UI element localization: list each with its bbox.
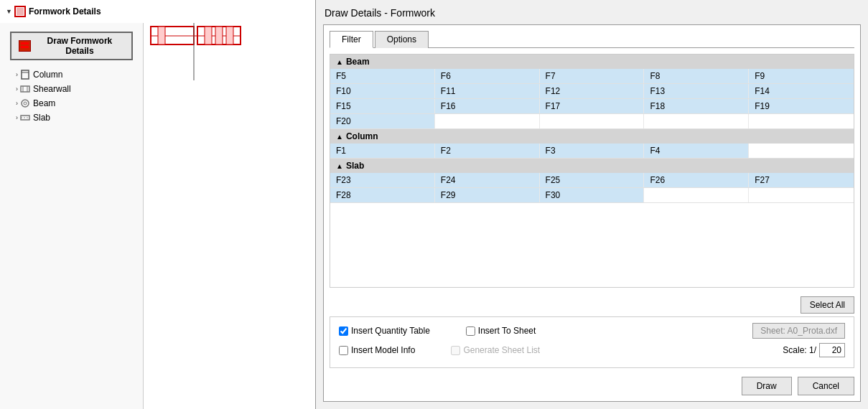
svg-rect-14 (215, 27, 223, 44)
item-f15[interactable]: F15 (330, 99, 435, 113)
tab-options[interactable]: Options (375, 31, 429, 48)
tree-section-title: Formwork Details (29, 6, 101, 17)
insert-quantity-label: Insert Quantity Table (351, 326, 430, 336)
dialog-title: Draw Details - Formwork (323, 7, 861, 19)
beam-empty-4 (749, 114, 854, 128)
item-f27[interactable]: F27 (749, 173, 854, 187)
beam-tri: ▲ (336, 58, 343, 66)
insert-to-sheet-checkbox[interactable] (466, 326, 475, 336)
item-f25[interactable]: F25 (540, 173, 645, 187)
item-f13[interactable]: F13 (644, 84, 749, 98)
left-panel: ▼ Formwork Details Draw Formwork D (0, 0, 316, 409)
group-slab-header[interactable]: ▲ Slab (330, 159, 854, 173)
select-all-button[interactable]: Select All (801, 296, 854, 314)
beam-empty-3 (644, 114, 749, 128)
beam-label: Beam (33, 98, 55, 108)
filter-area: ▲ Beam F5 F6 F7 F8 F9 F10 F11 F12 F13 F1… (330, 54, 854, 288)
group-slab-label: Slab (346, 161, 364, 171)
insert-model-info-checkbox[interactable] (339, 346, 348, 355)
slab-row-2: F28 F29 F30 (330, 188, 854, 203)
svg-rect-13 (205, 27, 212, 44)
column-chevron: › (16, 71, 18, 78)
scale-label: Scale: 1/ (783, 343, 845, 357)
tree-item-slab[interactable]: › Slab (0, 111, 143, 125)
options-row-1: Insert Quantity Table Insert To Sheet Sh… (339, 323, 845, 339)
draw-formwork-button[interactable]: Draw Formwork Details (10, 32, 133, 60)
draw-button[interactable]: Draw (742, 377, 792, 395)
item-f3[interactable]: F3 (540, 144, 645, 158)
shearwall-chevron: › (16, 85, 18, 93)
beam-icon (20, 98, 30, 108)
item-f7[interactable]: F7 (540, 69, 645, 83)
item-f23[interactable]: F23 (330, 173, 435, 187)
generate-sheet-list-checkbox[interactable] (451, 346, 460, 355)
item-f17[interactable]: F17 (540, 99, 645, 113)
item-f9[interactable]: F9 (749, 69, 854, 83)
slab-empty-2 (749, 188, 854, 202)
svg-rect-0 (22, 70, 29, 79)
item-f29[interactable]: F29 (435, 188, 540, 202)
item-f24[interactable]: F24 (435, 173, 540, 187)
tree-header-row: ▼ Formwork Details (0, 0, 315, 23)
cancel-button[interactable]: Cancel (798, 377, 854, 395)
tree-item-beam[interactable]: › Beam (0, 96, 143, 111)
item-f28[interactable]: F28 (330, 188, 435, 202)
item-f19[interactable]: F19 (749, 99, 854, 113)
group-beam-label: Beam (346, 57, 370, 67)
options-row-2: Insert Model Info Generate Sheet List Sc… (339, 343, 845, 357)
item-f5[interactable]: F5 (330, 69, 435, 83)
dialog-content: Filter Options ▲ Beam F5 F6 F7 F8 F9 F10… (323, 24, 861, 402)
item-f2[interactable]: F2 (435, 144, 540, 158)
group-beam-header[interactable]: ▲ Beam (330, 55, 854, 69)
formwork-btn-icon (19, 40, 31, 52)
sheet-button[interactable]: Sheet: A0_Prota.dxf (752, 323, 845, 339)
item-f26[interactable]: F26 (644, 173, 749, 187)
item-f6[interactable]: F6 (435, 69, 540, 83)
item-f4[interactable]: F4 (644, 144, 749, 158)
shearwall-label: Shearwall (33, 84, 71, 94)
item-f14[interactable]: F14 (749, 84, 854, 98)
tab-filter[interactable]: Filter (330, 31, 373, 48)
insert-model-info-label: Insert Model Info (351, 345, 415, 355)
svg-rect-2 (21, 86, 29, 92)
shearwall-icon (20, 84, 30, 94)
slab-tri: ▲ (336, 162, 343, 170)
insert-to-sheet-option: Insert To Sheet (466, 326, 536, 336)
beam-empty-2 (540, 114, 645, 128)
item-f1[interactable]: F1 (330, 144, 435, 158)
generate-sheet-list-label: Generate Sheet List (463, 345, 540, 355)
slab-label: Slab (33, 113, 50, 123)
draw-btn-area: Draw Formwork Details (0, 24, 143, 67)
item-f18[interactable]: F18 (644, 99, 749, 113)
item-f8[interactable]: F8 (644, 69, 749, 83)
scale-input[interactable] (819, 343, 845, 357)
insert-model-info-option: Insert Model Info (339, 345, 415, 355)
tree-item-shearwall[interactable]: › Shearwall (0, 82, 143, 96)
item-f12[interactable]: F12 (540, 84, 645, 98)
group-column-label: Column (346, 131, 378, 141)
insert-quantity-option: Insert Quantity Table (339, 326, 430, 336)
tab-bar: Filter Options (330, 31, 854, 48)
svg-rect-15 (226, 27, 233, 44)
group-column-header[interactable]: ▲ Column (330, 129, 854, 144)
slab-row-1: F23 F24 F25 F26 F27 (330, 173, 854, 188)
beam-chevron: › (16, 100, 18, 107)
item-f16[interactable]: F16 (435, 99, 540, 113)
slab-empty-1 (644, 188, 749, 202)
formwork-details-header: ▼ Formwork Details (4, 3, 311, 20)
select-all-row: Select All (330, 293, 854, 316)
canvas-area (144, 23, 315, 409)
tree-item-column[interactable]: › Column (0, 67, 143, 82)
insert-quantity-checkbox[interactable] (339, 326, 348, 336)
beam-row-1: F5 F6 F7 F8 F9 (330, 69, 854, 84)
header-chevron[interactable]: ▼ (6, 8, 12, 15)
formwork-icon (14, 6, 26, 17)
item-f30[interactable]: F30 (540, 188, 645, 202)
item-f10[interactable]: F10 (330, 84, 435, 98)
item-f11[interactable]: F11 (435, 84, 540, 98)
slab-icon (20, 113, 30, 123)
item-f20[interactable]: F20 (330, 114, 435, 128)
insert-to-sheet-label: Insert To Sheet (478, 326, 536, 336)
svg-rect-12 (158, 27, 165, 44)
tree-navigation: Draw Formwork Details › Column › (0, 23, 144, 409)
